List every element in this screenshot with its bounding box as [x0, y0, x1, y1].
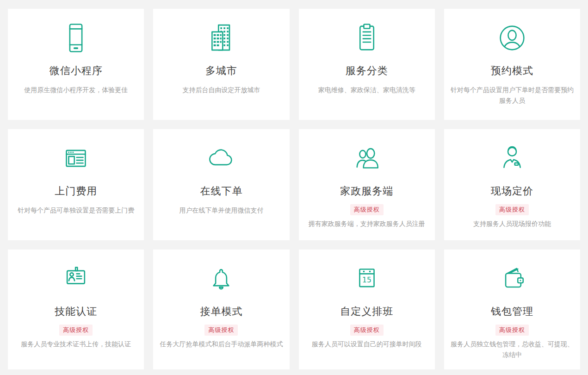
feature-grid: 微信小程序 使用原生微信小程序开发，体验更佳 多城市 支持后台自由设定开放城市 …	[8, 9, 580, 369]
buildings-icon	[204, 21, 238, 55]
browser-window-icon	[59, 142, 93, 175]
feature-description: 使用原生微信小程序开发，体验更佳	[12, 85, 139, 95]
icon-box	[303, 142, 430, 175]
premium-badge: 高级授权	[350, 325, 384, 336]
wallet-icon	[495, 262, 529, 295]
feature-card: 服务分类 家电维修、家政保洁、家电清洗等	[299, 9, 435, 120]
premium-badge: 高级授权	[350, 204, 384, 215]
icon-box	[158, 22, 285, 54]
feature-title: 接单模式	[158, 305, 285, 319]
icon-box	[449, 142, 576, 175]
feature-description: 任务大厅抢单模式和后台手动派单两种模式	[158, 339, 285, 350]
mobile-phone-icon	[59, 21, 93, 55]
feature-card: 上门费用 针对每个产品可单独设置是否需要上门费	[8, 129, 144, 240]
two-users-icon	[350, 142, 384, 175]
icon-box	[449, 22, 576, 54]
icon-box: 15	[303, 262, 430, 295]
premium-badge: 高级授权	[59, 325, 93, 336]
feature-description: 支持后台自由设定开放城市	[158, 85, 285, 95]
feature-title: 多城市	[158, 64, 285, 78]
feature-description: 服务人员专业技术证书上传，技能认证	[12, 339, 139, 350]
premium-badge: 高级授权	[495, 325, 529, 336]
svg-text:15: 15	[362, 276, 371, 284]
feature-description: 服务人员可以设置自己的可接单时间段	[303, 339, 430, 350]
icon-box	[12, 22, 139, 54]
feature-description: 拥有家政服务端，支持家政服务人员注册	[303, 219, 430, 229]
feature-title: 服务分类	[303, 64, 430, 78]
icon-box	[158, 262, 285, 295]
feature-title: 预约模式	[449, 64, 576, 78]
feature-card: 接单模式 高级授权 任务大厅抢单模式和后台手动派单两种模式	[153, 250, 289, 369]
feature-card: 多城市 支持后台自由设定开放城市	[153, 9, 289, 120]
feature-title: 现场定价	[449, 184, 576, 198]
feature-title: 自定义排班	[303, 305, 430, 319]
cloud-icon	[204, 142, 238, 175]
feature-title: 微信小程序	[12, 64, 139, 78]
feature-title: 钱包管理	[449, 305, 576, 319]
icon-box	[12, 262, 139, 295]
feature-card: 在线下单 用户在线下单并使用微信支付	[153, 129, 289, 240]
feature-title: 在线下单	[158, 184, 285, 198]
feature-description: 针对每个产品可单独设置是否需要上门费	[12, 205, 139, 216]
feature-card: 微信小程序 使用原生微信小程序开发，体验更佳	[8, 9, 144, 120]
feature-title: 家政服务端	[303, 184, 430, 198]
feature-description: 支持服务人员现场报价功能	[449, 219, 576, 229]
feature-description: 服务人员独立钱包管理，总收益、可提现、冻结中	[449, 339, 576, 360]
clipboard-icon	[350, 21, 384, 55]
user-avatar-icon	[495, 21, 529, 55]
icon-box	[303, 22, 430, 54]
calendar-icon: 15	[350, 262, 384, 295]
feature-card: 预约模式 针对每个产品设置用户下单时是否需要预约服务人员	[444, 9, 580, 120]
icon-box	[12, 142, 139, 175]
feature-description: 用户在线下单并使用微信支付	[158, 205, 285, 216]
service-person-icon	[495, 142, 529, 175]
feature-description: 针对每个产品设置用户下单时是否需要预约服务人员	[449, 85, 576, 106]
icon-box	[158, 142, 285, 175]
icon-box	[449, 262, 576, 295]
bell-icon	[204, 262, 238, 295]
premium-badge: 高级授权	[204, 325, 238, 336]
premium-badge: 高级授权	[495, 204, 529, 215]
feature-card: 现场定价 高级授权 支持服务人员现场报价功能	[444, 129, 580, 240]
feature-title: 上门费用	[12, 184, 139, 198]
id-card-icon	[59, 262, 93, 295]
feature-card: 技能认证 高级授权 服务人员专业技术证书上传，技能认证	[8, 250, 144, 369]
feature-description: 家电维修、家政保洁、家电清洗等	[303, 85, 430, 95]
feature-title: 技能认证	[12, 305, 139, 319]
feature-card: 家政服务端 高级授权 拥有家政服务端，支持家政服务人员注册	[299, 129, 435, 240]
feature-card: 15 自定义排班 高级授权 服务人员可以设置自己的可接单时间段	[299, 250, 435, 369]
feature-card: 钱包管理 高级授权 服务人员独立钱包管理，总收益、可提现、冻结中	[444, 250, 580, 369]
